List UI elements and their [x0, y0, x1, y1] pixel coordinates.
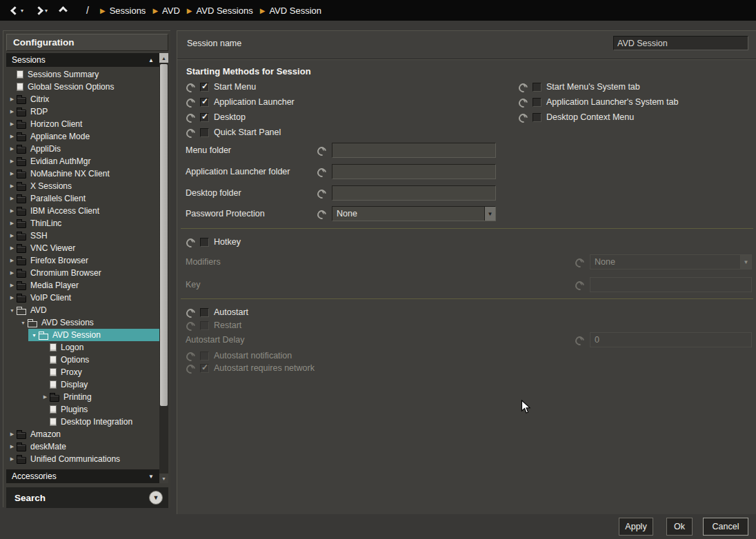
- collapse-arrow-icon[interactable]: ▼: [19, 321, 28, 325]
- tree-item-logon[interactable]: Logon: [39, 341, 159, 354]
- expand-arrow-icon[interactable]: ▶: [8, 146, 17, 152]
- expand-arrow-icon[interactable]: ▶: [8, 96, 17, 102]
- tree-item-vnc-viewer[interactable]: ▶VNC Viewer: [6, 242, 159, 254]
- collapse-arrow-icon[interactable]: ▼: [8, 308, 17, 313]
- revert-icon[interactable]: [186, 112, 195, 122]
- breadcrumb-item-sessions[interactable]: Sessions: [110, 6, 146, 16]
- apply-button[interactable]: Apply: [619, 518, 653, 536]
- breadcrumb-item-avd-sessions[interactable]: AVD Sessions: [197, 6, 253, 16]
- tree-item-printing[interactable]: ▶Printing: [39, 391, 159, 403]
- expand-arrow-icon[interactable]: ▶: [8, 159, 17, 164]
- expand-arrow-icon[interactable]: ▶: [8, 431, 17, 437]
- menu-folder-input[interactable]: [332, 143, 496, 158]
- back-button[interactable]: ▾: [6, 4, 30, 17]
- forward-history-caret-icon[interactable]: ▾: [45, 8, 48, 14]
- expand-arrow-icon[interactable]: ▶: [41, 394, 50, 400]
- breadcrumb-item-avd-session[interactable]: AVD Session: [269, 6, 321, 16]
- sidebar-scrollbar[interactable]: ▲ ▼: [159, 53, 168, 483]
- desktop-context-menu-checkbox[interactable]: [533, 113, 541, 122]
- start-menu-checkbox[interactable]: [200, 83, 209, 92]
- dropdown-arrow-icon[interactable]: ▼: [484, 207, 495, 221]
- cancel-button[interactable]: Cancel: [703, 518, 748, 536]
- ok-button[interactable]: Ok: [666, 518, 693, 536]
- revert-icon[interactable]: [518, 112, 528, 122]
- scroll-up-button[interactable]: ▲: [159, 53, 168, 63]
- session-name-input[interactable]: [613, 36, 748, 50]
- tree-item-x-sessions[interactable]: ▶X Sessions: [6, 180, 159, 192]
- expand-arrow-icon[interactable]: ▶: [8, 171, 17, 176]
- expand-arrow-icon[interactable]: ▶: [8, 456, 17, 462]
- start-menu-system-tab-checkbox[interactable]: [533, 83, 541, 92]
- quick-start-panel-checkbox[interactable]: [200, 128, 209, 137]
- tree-item-unified-communications[interactable]: ▶Unified Communications: [6, 453, 159, 465]
- expand-arrow-icon[interactable]: ▶: [8, 221, 17, 226]
- accessories-section-header[interactable]: Accessories ▼: [6, 469, 159, 483]
- revert-icon[interactable]: [518, 82, 528, 92]
- revert-icon[interactable]: [317, 209, 326, 218]
- revert-icon[interactable]: [317, 188, 326, 198]
- tree-item-desktop-integration[interactable]: Desktop Integration: [39, 416, 159, 428]
- tree-item-thinlinc[interactable]: ▶ThinLinc: [6, 217, 159, 230]
- expand-arrow-icon[interactable]: ▶: [8, 270, 17, 276]
- application-launcher-checkbox[interactable]: [200, 98, 209, 107]
- expand-arrow-icon[interactable]: ▶: [8, 196, 17, 201]
- back-history-caret-icon[interactable]: ▾: [21, 8, 23, 14]
- expand-arrow-icon[interactable]: ▶: [8, 245, 17, 251]
- scroll-down-button[interactable]: ▼: [159, 474, 168, 483]
- breadcrumb-item-avd[interactable]: AVD: [162, 6, 180, 16]
- revert-icon[interactable]: [186, 128, 195, 137]
- expand-arrow-icon[interactable]: ▶: [8, 444, 17, 449]
- hotkey-checkbox[interactable]: [200, 238, 209, 247]
- revert-icon[interactable]: [186, 82, 195, 92]
- expand-arrow-icon[interactable]: ▶: [8, 183, 17, 189]
- tree-item-firefox-browser[interactable]: ▶Firefox Browser: [6, 254, 159, 267]
- sessions-section-header[interactable]: Sessions ▲: [6, 53, 159, 67]
- revert-icon[interactable]: [186, 97, 195, 107]
- tree-item-nomachine-nx-client[interactable]: ▶NoMachine NX Client: [6, 167, 159, 180]
- tree-item-display[interactable]: Display: [39, 378, 159, 391]
- revert-icon[interactable]: [186, 237, 195, 247]
- tree-item-appliance-mode[interactable]: ▶Appliance Mode: [6, 130, 159, 143]
- tree-item-rdp[interactable]: ▶RDP: [6, 105, 159, 118]
- expand-arrow-icon[interactable]: ▶: [8, 208, 17, 214]
- scrollbar-thumb[interactable]: [160, 64, 168, 406]
- forward-button[interactable]: ▾: [30, 4, 54, 17]
- application-launcher-system-tab-checkbox[interactable]: [533, 98, 541, 107]
- tree-item-options[interactable]: Options: [39, 354, 159, 366]
- tree-item-avd-session[interactable]: ▼AVD Session: [28, 329, 159, 341]
- expand-arrow-icon[interactable]: ▶: [8, 233, 17, 238]
- desktop-folder-input[interactable]: [332, 185, 496, 201]
- revert-icon[interactable]: [317, 145, 326, 155]
- tree-item-amazon[interactable]: ▶Amazon: [6, 428, 159, 440]
- tree-item-parallels-client[interactable]: ▶Parallels Client: [6, 192, 159, 205]
- application-launcher-folder-input[interactable]: [332, 164, 496, 179]
- autostart-checkbox[interactable]: [200, 308, 209, 317]
- up-button[interactable]: [54, 4, 72, 17]
- expand-arrow-icon[interactable]: ▶: [8, 295, 17, 301]
- search-expand-button[interactable]: ▼: [149, 491, 163, 505]
- tree-item-ssh[interactable]: ▶SSH: [6, 230, 159, 242]
- tree-item-chromium-browser[interactable]: ▶Chromium Browser: [6, 267, 159, 279]
- tree-item-sessions-summary[interactable]: Sessions Summary: [6, 68, 159, 81]
- tree-item-ibm-iaccess-client[interactable]: ▶IBM iAccess Client: [6, 205, 159, 217]
- tree-item-proxy[interactable]: Proxy: [39, 366, 159, 378]
- expand-arrow-icon[interactable]: ▶: [8, 134, 17, 139]
- desktop-checkbox[interactable]: [200, 113, 209, 122]
- tree-item-avd-sessions[interactable]: ▼AVD Sessions: [17, 316, 159, 329]
- collapse-arrow-icon[interactable]: ▼: [30, 333, 39, 338]
- password-protection-select[interactable]: None ▼: [332, 206, 496, 221]
- tree-item-avd[interactable]: ▼AVD: [6, 304, 159, 316]
- revert-icon[interactable]: [317, 167, 326, 176]
- tree-item-applidis[interactable]: ▶AppliDis: [6, 143, 159, 155]
- revert-icon[interactable]: [518, 97, 528, 107]
- tree-item-horizon-client[interactable]: ▶Horizon Client: [6, 118, 159, 130]
- tree-item-media-player[interactable]: ▶Media Player: [6, 279, 159, 292]
- tree-item-deskmate[interactable]: ▶deskMate: [6, 440, 159, 453]
- tree-item-global-session-options[interactable]: Global Session Options: [6, 81, 159, 93]
- revert-icon[interactable]: [186, 307, 195, 317]
- expand-arrow-icon[interactable]: ▶: [8, 283, 17, 288]
- search-section-header[interactable]: Search ▼: [6, 487, 168, 508]
- tree-item-citrix[interactable]: ▶Citrix: [6, 93, 159, 105]
- expand-arrow-icon[interactable]: ▶: [8, 258, 17, 263]
- expand-arrow-icon[interactable]: ▶: [8, 109, 17, 114]
